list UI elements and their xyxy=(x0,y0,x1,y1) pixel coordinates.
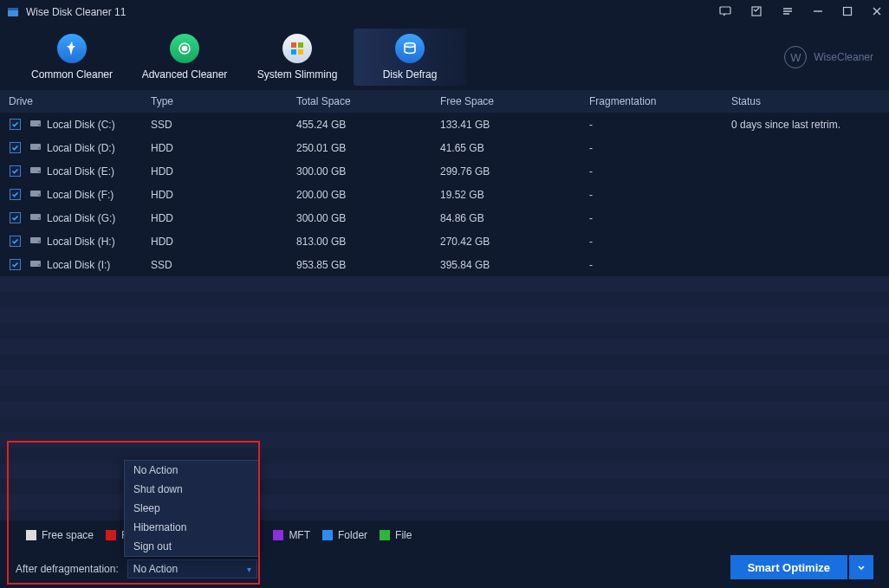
drive-status: 0 days since last retrim. xyxy=(731,119,889,131)
swatch xyxy=(106,530,116,540)
drive-free: 299.76 GB xyxy=(440,165,589,178)
checkbox[interactable] xyxy=(10,189,21,200)
drive-total: 300.00 GB xyxy=(296,212,440,224)
drive-type: HDD xyxy=(151,212,296,224)
drive-frag: - xyxy=(589,236,731,248)
drive-icon xyxy=(29,117,47,132)
checkbox[interactable] xyxy=(10,119,21,130)
swatch xyxy=(26,530,36,540)
chevron-down-icon: ▾ xyxy=(247,565,251,574)
svg-point-25 xyxy=(38,264,40,266)
svg-rect-1 xyxy=(8,8,18,10)
drive-frag: - xyxy=(589,259,731,271)
checkbox[interactable] xyxy=(10,259,21,270)
legend-folder: Folder xyxy=(322,529,367,541)
drive-type: HDD xyxy=(151,189,296,201)
drive-frag: - xyxy=(589,165,731,178)
drive-total: 300.00 GB xyxy=(296,165,440,178)
dropdown-label: After defragmentation: xyxy=(16,563,119,575)
drive-name: Local Disk (F:) xyxy=(47,189,151,201)
svg-rect-7 xyxy=(291,42,296,48)
drive-icon xyxy=(29,210,47,225)
windows-icon xyxy=(282,34,312,63)
table-row[interactable]: Local Disk (E:)HDD300.00 GB299.76 GB- xyxy=(0,159,889,183)
svg-point-13 xyxy=(38,124,40,126)
legend-free: Free space xyxy=(26,529,94,541)
drive-total: 250.01 GB xyxy=(296,142,440,154)
drive-total: 200.00 GB xyxy=(296,189,440,201)
defrag-map-area: Free space F MFT Folder File After defra… xyxy=(0,276,889,588)
dropdown-value: No Action xyxy=(133,563,178,575)
drive-type: SSD xyxy=(151,119,296,131)
table-row[interactable]: Local Disk (F:)HDD200.00 GB19.52 GB- xyxy=(0,183,889,206)
table-row[interactable]: Local Disk (G:)HDD300.00 GB84.86 GB- xyxy=(0,206,889,229)
cta-dropdown-button[interactable] xyxy=(849,555,873,579)
table-row[interactable]: Local Disk (C:)SSD455.24 GB133.41 GB-0 d… xyxy=(0,113,889,136)
header-free[interactable]: Free Space xyxy=(440,95,589,107)
drive-free: 270.42 GB xyxy=(440,236,589,248)
tab-label: Common Cleaner xyxy=(31,68,113,81)
header-status[interactable]: Status xyxy=(731,95,889,107)
table-row[interactable]: Local Disk (H:)HDD813.00 GB270.42 GB- xyxy=(0,229,889,253)
svg-rect-4 xyxy=(844,8,852,16)
drive-name: Local Disk (E:) xyxy=(47,165,151,178)
drive-icon xyxy=(29,140,47,155)
checkbox[interactable] xyxy=(10,212,21,223)
titlebar-controls xyxy=(719,5,882,20)
legend-mft: MFT xyxy=(273,529,310,541)
checkbox[interactable] xyxy=(10,142,21,153)
action-dropdown[interactable]: No Action ▾ xyxy=(127,559,257,578)
drive-frag: - xyxy=(589,119,731,131)
menu-item[interactable]: Sleep xyxy=(125,499,258,518)
header-frag[interactable]: Fragmentation xyxy=(589,95,731,107)
titlebar: Wise Disk Cleaner 11 xyxy=(0,0,889,24)
drive-type: SSD xyxy=(151,259,296,271)
header-drive[interactable]: Drive xyxy=(0,95,151,107)
tab-advanced-cleaner[interactable]: Advanced Cleaner xyxy=(128,29,241,86)
disk-icon xyxy=(395,34,425,63)
drive-frag: - xyxy=(589,212,731,224)
window-title: Wise Disk Cleaner 11 xyxy=(23,6,719,18)
drive-free: 41.65 GB xyxy=(440,142,589,154)
menu-item[interactable]: No Action xyxy=(125,461,258,480)
app-icon xyxy=(7,6,19,18)
drive-name: Local Disk (H:) xyxy=(47,236,151,248)
feedback-icon[interactable] xyxy=(719,5,731,20)
drive-type: HDD xyxy=(151,165,296,178)
legend-file: File xyxy=(380,529,412,541)
header-type[interactable]: Type xyxy=(151,95,296,107)
column-headers: Drive Type Total Space Free Space Fragme… xyxy=(0,90,889,113)
drive-frag: - xyxy=(589,142,731,154)
checkbox[interactable] xyxy=(10,165,21,177)
tabs: Common Cleaner Advanced Cleaner System S… xyxy=(0,24,889,90)
brand: W WiseCleaner xyxy=(784,46,873,68)
target-icon xyxy=(170,34,199,63)
tab-disk-defrag[interactable]: Disk Defrag xyxy=(354,29,466,86)
svg-point-23 xyxy=(38,241,40,242)
maximize-button[interactable] xyxy=(842,5,853,19)
task-icon[interactable] xyxy=(750,5,762,20)
checkbox[interactable] xyxy=(10,236,21,247)
brand-icon: W xyxy=(784,46,807,68)
drive-icon xyxy=(29,234,47,249)
header-total[interactable]: Total Space xyxy=(296,95,440,107)
swatch xyxy=(380,530,390,540)
menu-item[interactable]: Hibernation xyxy=(125,518,258,537)
svg-rect-2 xyxy=(720,7,730,14)
drive-icon xyxy=(29,164,47,178)
close-button[interactable] xyxy=(872,5,882,19)
menu-item[interactable]: Sign out xyxy=(125,537,258,556)
svg-rect-10 xyxy=(298,49,303,55)
tab-system-slimming[interactable]: System Slimming xyxy=(241,29,354,86)
table-row[interactable]: Local Disk (D:)HDD250.01 GB41.65 GB- xyxy=(0,136,889,159)
svg-point-6 xyxy=(183,47,187,51)
swatch xyxy=(322,530,333,540)
tab-common-cleaner[interactable]: Common Cleaner xyxy=(16,29,128,86)
swatch xyxy=(273,530,283,540)
menu-icon[interactable] xyxy=(782,5,794,20)
menu-item[interactable]: Shut down xyxy=(125,480,258,499)
smart-optimize-button[interactable]: Smart Optimize xyxy=(730,555,847,579)
table-row[interactable]: Local Disk (I:)SSD953.85 GB395.84 GB- xyxy=(0,253,889,276)
svg-rect-8 xyxy=(298,42,303,48)
minimize-button[interactable] xyxy=(813,5,823,19)
